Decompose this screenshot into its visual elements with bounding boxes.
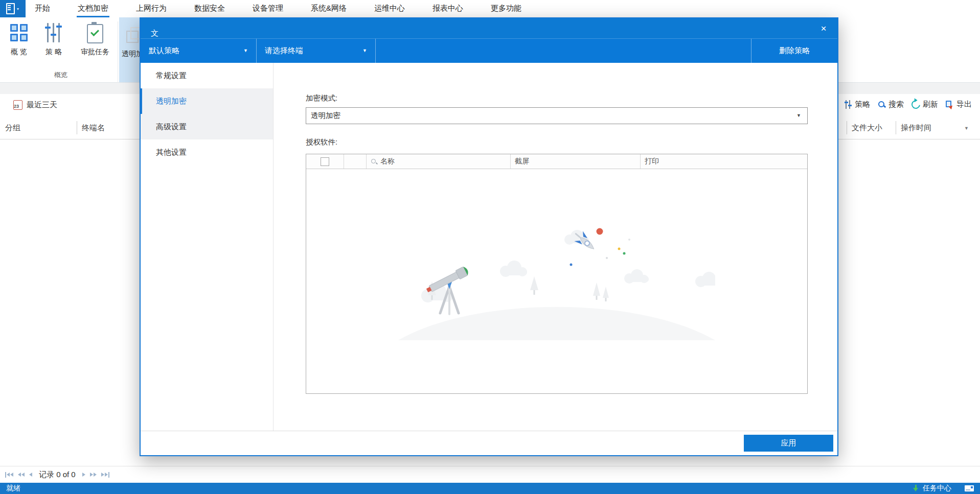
menu-item-web-behavior[interactable]: 上网行为 <box>135 0 168 17</box>
sidebar-item-transparent-encryption[interactable]: 透明加密 <box>141 88 273 114</box>
delete-policy-button[interactable]: 删除策略 <box>751 39 837 63</box>
dialog-selector-row: 默认策略 ▼ 请选择终端 ▼ 删除策略 <box>141 38 837 63</box>
ribbon-button-policy[interactable]: 策 略 <box>39 19 69 57</box>
toolbar-button-label: 刷新 <box>923 100 938 109</box>
chevron-down-icon: ▼ <box>16 7 20 11</box>
column-divider <box>847 121 847 134</box>
menu-item-system-network[interactable]: 系统&网络 <box>310 0 348 17</box>
dialog-footer: 应用 <box>141 431 837 455</box>
column-header-print[interactable]: 打印 <box>641 154 807 169</box>
cloud <box>500 261 527 277</box>
toolbar-button-label: 搜索 <box>888 100 904 109</box>
refresh-icon <box>910 99 922 111</box>
sparkle-dot <box>570 264 573 266</box>
document-menu-icon <box>6 3 15 14</box>
ribbon-button-label: 概 览 <box>4 48 34 57</box>
tree <box>593 283 600 300</box>
cloud <box>695 272 715 287</box>
column-header-group[interactable]: 分组 <box>5 116 20 139</box>
sidebar-item-general-settings[interactable]: 常规设置 <box>141 63 273 88</box>
first-page-button[interactable] <box>5 472 13 478</box>
menu-item-start[interactable]: 开始 <box>34 0 51 17</box>
column-header-name[interactable]: 名称 <box>367 154 511 169</box>
column-divider <box>896 121 896 134</box>
ribbon-button-overview[interactable]: 概 览 <box>4 19 34 57</box>
dialog-sidebar: 常规设置 透明加密 高级设置 其他设置 <box>141 63 274 431</box>
software-table-header: 名称 截屏 打印 <box>306 154 807 169</box>
tree <box>530 276 538 295</box>
grid-overview-icon <box>10 24 28 41</box>
toolbar-button-label: 策略 <box>855 100 870 109</box>
encryption-mode-label: 加密模式: <box>306 93 337 103</box>
date-range-label: 最近三天 <box>27 100 57 110</box>
column-header-label: 名称 <box>380 157 395 166</box>
doc-encryption-dialog: 文档加密 × 默认策略 ▼ 请选择终端 ▼ 删除策略 常规设置 透明加密 高级设… <box>140 17 838 456</box>
menu-item-data-security[interactable]: 数据安全 <box>193 0 226 17</box>
ribbon-button-label: 审批任务 <box>72 48 119 57</box>
sidebar-item-advanced-settings[interactable]: 高级设置 <box>141 114 273 139</box>
policy-dropdown-value: 默认策略 <box>149 46 179 56</box>
column-divider <box>77 121 77 134</box>
task-center-button[interactable]: 任务中心 <box>913 484 951 493</box>
last-page-button[interactable] <box>101 472 109 478</box>
sparkle-dot <box>628 239 630 241</box>
column-header-operation-time[interactable]: 操作时间 <box>901 116 931 139</box>
encryption-mode-value: 透明加密 <box>311 111 340 121</box>
menu-item-ops-center[interactable]: 运维中心 <box>373 0 406 17</box>
dialog-content-panel: 加密模式: 透明加密 ▼ 授权软件: 名称 截屏 打印 <box>274 63 837 431</box>
authorized-software-table: 名称 截屏 打印 <box>306 154 808 394</box>
ribbon-group-divider <box>118 21 118 93</box>
toolbar-button-label: 导出 <box>956 100 972 109</box>
export-button[interactable]: 导出 <box>946 100 972 109</box>
next-page-button[interactable] <box>82 473 85 477</box>
menu-item-more-features[interactable]: 更多功能 <box>490 0 522 17</box>
empty-state-illustration <box>398 220 715 340</box>
ground-hill <box>398 307 715 340</box>
sidebar-item-other-settings[interactable]: 其他设置 <box>141 139 273 165</box>
ribbon-button-approval-tasks[interactable]: 审批任务 <box>72 19 119 57</box>
menu-item-device-mgmt[interactable]: 设备管理 <box>252 0 284 17</box>
tree <box>603 287 609 301</box>
magnifier-icon <box>371 158 377 165</box>
export-icon <box>946 101 954 109</box>
menu-item-doc-encryption[interactable]: 文档加密 <box>77 0 109 17</box>
ribbon-button-label: 策 略 <box>39 48 69 57</box>
dialog-title-bar: 文档加密 × <box>141 18 837 38</box>
prev-page-button[interactable] <box>29 473 32 477</box>
telescope <box>425 266 469 314</box>
sliders-policy-icon <box>45 23 62 42</box>
sparkle-dot <box>618 248 621 250</box>
column-header-terminal-name[interactable]: 终端名 <box>82 116 105 139</box>
select-all-checkbox[interactable] <box>321 157 329 166</box>
clipboard-check-icon <box>87 24 103 43</box>
column-header-file-size[interactable]: 文件大小 <box>852 116 882 139</box>
refresh-button[interactable]: 刷新 <box>911 100 938 109</box>
apply-button[interactable]: 应用 <box>744 435 833 452</box>
caret-down-icon: ▼ <box>243 49 248 53</box>
download-arrow-icon <box>913 485 919 492</box>
menu-item-report-center[interactable]: 报表中心 <box>431 0 464 17</box>
software-table-empty-body <box>306 169 807 393</box>
date-range-filter[interactable]: 23 最近三天 <box>13 100 57 110</box>
terminal-dropdown[interactable]: 请选择终端 ▼ <box>257 39 376 63</box>
terminal-dropdown-placeholder: 请选择终端 <box>265 46 303 56</box>
search-button[interactable]: 搜索 <box>878 100 904 109</box>
app-menu-button[interactable]: ▼ <box>0 0 26 17</box>
planet-dot <box>597 228 603 235</box>
select-all-cell <box>306 154 344 169</box>
monitor-icon[interactable] <box>965 485 974 491</box>
close-icon[interactable]: × <box>810 18 837 38</box>
status-bar: 就绪 任务中心 <box>0 483 980 494</box>
policy-button[interactable]: 策略 <box>845 100 870 109</box>
caret-down-icon: ▼ <box>796 113 801 118</box>
column-header-screenshot[interactable]: 截屏 <box>511 154 641 169</box>
menu-bar: ▼ 开始 文档加密 上网行为 数据安全 设备管理 系统&网络 运维中心 报表中心… <box>0 0 980 17</box>
empty-column-header <box>344 154 367 169</box>
sliders-icon <box>845 100 852 109</box>
column-chooser-caret-icon[interactable]: ▼ <box>964 126 969 131</box>
encryption-mode-select[interactable]: 透明加密 ▼ <box>306 107 808 124</box>
cloud <box>624 269 649 284</box>
fast-prev-button[interactable] <box>18 473 25 477</box>
fast-next-button[interactable] <box>90 473 97 477</box>
policy-dropdown[interactable]: 默认策略 ▼ <box>141 39 257 63</box>
